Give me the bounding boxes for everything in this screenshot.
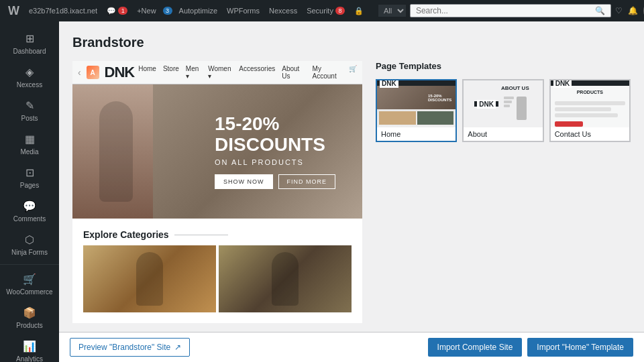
hero-buttons: SHOW NOW FIND MORE [215, 174, 335, 189]
sidebar-item-ninja-forms[interactable]: ⬡ Ninja Forms [0, 228, 59, 261]
templates-row: DNK 15-20%DISCOUNTS Home [376, 79, 631, 142]
astra-icon: A [87, 66, 99, 79]
search-filter-select[interactable]: All [378, 5, 406, 17]
bell-icon[interactable]: 🔔 [628, 6, 638, 15]
sidebar-divider-1 [0, 264, 59, 265]
about-us-text: ABOUT US [501, 85, 529, 91]
nav-account: My Account [313, 65, 342, 80]
dnk-logo-mini-about: DNK [477, 100, 496, 109]
preview-nav: DNK Home Store Men ▾ Women ▾ Accessories… [105, 64, 357, 81]
sidebar: ⊞ Dashboard ◈ Nexcess ✎ Posts ▦ Media ⊡ … [0, 21, 59, 362]
women-bg [83, 245, 216, 312]
dashboard-icon: ⊞ [25, 32, 34, 45]
media-icon: ▦ [25, 133, 35, 145]
category-men[interactable]: Men's Fashion [219, 245, 352, 312]
category-women[interactable]: Women's Fashion [83, 245, 216, 312]
hero-discount-text: 15-20% DISCOUNTS [215, 114, 335, 156]
men-bg [219, 245, 352, 312]
nav-home: Home [138, 65, 156, 80]
hero-figure [72, 84, 160, 219]
categories-section: Explore Categories Women's Fashion [72, 219, 362, 323]
dnk-logo: DNK [105, 64, 135, 81]
preview-site-btn[interactable]: Preview "Brandstore" Site ↗ [70, 338, 190, 357]
hero-subtitle: ON ALL PRODUCTS [215, 158, 335, 166]
men-silhouette [272, 252, 299, 306]
nexcess-icon: ◈ [25, 66, 34, 78]
content-grid: ‹ A DNK Home Store Men ▾ Women ▾ Accesso… [72, 61, 631, 323]
template-about-label: About [464, 127, 542, 141]
contact-rows [551, 97, 629, 127]
template-about[interactable]: DNK ABOUT US [462, 79, 543, 142]
external-link-icon: ↗ [174, 343, 181, 352]
sidebar-item-dashboard[interactable]: ⊞ Dashboard [0, 27, 59, 60]
analytics-icon: 📊 [23, 340, 36, 353]
sidebar-item-comments[interactable]: 💬 Comments [0, 194, 59, 228]
sidebar-item-analytics[interactable]: 📊 Analytics [0, 335, 59, 362]
find-more-btn[interactable]: FIND MORE [278, 174, 336, 189]
nexcess-link[interactable]: Nexcess [266, 7, 300, 15]
nav-women: Women ▾ [208, 65, 232, 80]
wpforms-link[interactable]: WPForms [224, 7, 262, 15]
sidebar-item-posts[interactable]: ✎ Posts [0, 94, 59, 127]
sidebar-item-woocommerce[interactable]: 🛒 WooCommerce [0, 267, 59, 301]
hero-silhouette [99, 101, 133, 202]
wp-logo-icon[interactable]: W [5, 4, 22, 18]
contact-row-3 [555, 113, 619, 117]
bottom-bar: Preview "Brandstore" Site ↗ Import Compl… [59, 332, 644, 362]
dnk-logo-mini-contact: DNK [553, 80, 572, 88]
preview-menu: Home Store Men ▾ Women ▾ Accessories Abo… [138, 65, 357, 80]
page-title: Brandstore [72, 35, 631, 50]
template-cat-women-mini [379, 111, 416, 125]
template-cat-men-mini [417, 111, 454, 125]
about-grid [501, 94, 529, 123]
sidebar-item-nexcess[interactable]: ◈ Nexcess [0, 60, 59, 94]
comments-link[interactable]: 💬1 [104, 7, 130, 15]
search-input[interactable] [416, 6, 592, 15]
dnk-logo-mini: DNK [380, 80, 398, 88]
import-complete-site-btn[interactable]: Import Complete Site [428, 338, 523, 357]
nav-accessories: Accessories [239, 65, 275, 80]
template-about-preview: DNK ABOUT US [464, 80, 542, 127]
search-icon: 🔍 [595, 6, 605, 15]
template-contact-preview: DNK PRODUCTS [551, 80, 629, 127]
template-home-label: Home [377, 127, 455, 141]
posts-icon: ✎ [25, 99, 34, 112]
pages-icon: ⊡ [25, 166, 34, 179]
contact-row-1 [555, 101, 625, 105]
security-link[interactable]: Security8 [304, 7, 347, 15]
comments-icon: 💬 [23, 200, 36, 213]
import-home-template-btn[interactable]: Import "Home" Template [527, 338, 633, 357]
site-name-link[interactable]: e32b7fe1d8.ixact.net [26, 7, 100, 15]
back-arrow-icon[interactable]: ‹ [78, 67, 81, 78]
bottom-right-buttons: Import Complete Site Import "Home" Templ… [428, 338, 633, 357]
templates-section-title: Page Templates [376, 61, 631, 71]
template-home[interactable]: DNK 15-20%DISCOUNTS Home [376, 79, 457, 142]
template-contact[interactable]: DNK PRODUCTS Contact Us [549, 79, 631, 142]
new-content-btn[interactable]: +New [134, 7, 158, 15]
hero-overlay: 15-20% DISCOUNTS ON ALL PRODUCTS SHOW NO… [215, 114, 335, 189]
contact-cta-btn [555, 121, 583, 127]
woocommerce-icon: 🛒 [23, 273, 36, 286]
women-silhouette [136, 252, 163, 306]
contact-row-2 [555, 107, 611, 111]
contact-header-text: PRODUCTS [551, 86, 629, 97]
show-now-btn[interactable]: SHOW NOW [215, 174, 273, 189]
nav-about: About Us [282, 65, 305, 80]
categories-title: Explore Categories [83, 229, 352, 240]
site-preview-panel: ‹ A DNK Home Store Men ▾ Women ▾ Accesso… [72, 61, 362, 323]
autoptimize-link[interactable]: Autoptimize [176, 7, 220, 15]
sidebar-item-products[interactable]: 📦 Products [0, 301, 59, 335]
lock-icon: 🔒 [352, 7, 366, 15]
template-home-preview: DNK 15-20%DISCOUNTS [377, 80, 455, 127]
template-cats-mini [377, 109, 455, 127]
updates-badge: 3 [163, 7, 172, 15]
sidebar-item-pages[interactable]: ⊡ Pages [0, 161, 59, 194]
sidebar-item-media[interactable]: ▦ Media [0, 127, 59, 161]
ninja-forms-icon: ⬡ [25, 233, 34, 246]
preview-hero: 15-20% DISCOUNTS ON ALL PRODUCTS SHOW NO… [72, 84, 362, 219]
search-wrap: 🔍 [410, 4, 611, 17]
heart-icon[interactable]: ♡ [615, 6, 623, 15]
preview-topbar: ‹ A DNK Home Store Men ▾ Women ▾ Accesso… [72, 61, 362, 84]
templates-section: Page Templates DNK 15-20%DISCOUNTS [376, 61, 631, 323]
about-content: ABOUT US [498, 82, 532, 125]
